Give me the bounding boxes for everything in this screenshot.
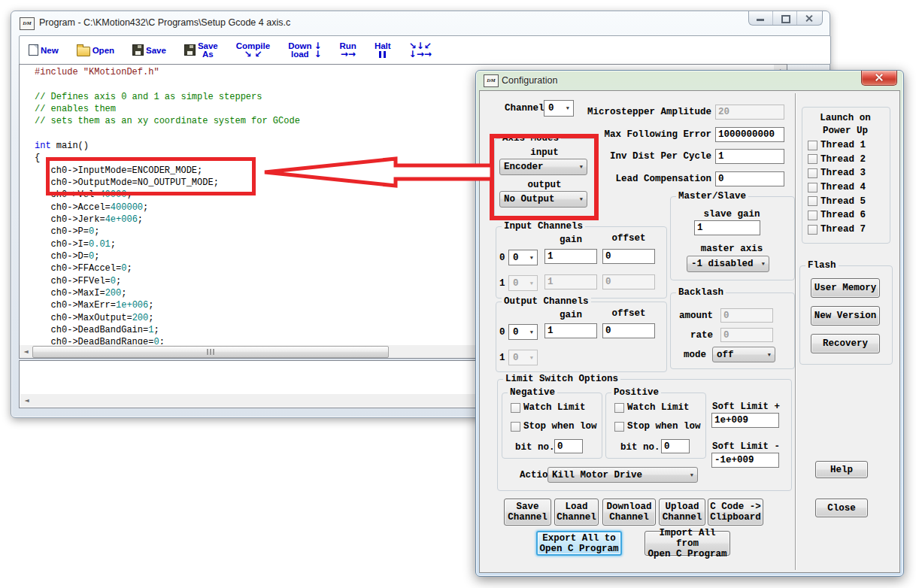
checkbox-icon [808,154,817,164]
download-button[interactable]: Down load [288,42,321,59]
thread-checkbox-row[interactable]: Thread 1 [808,140,866,150]
checkbox-label: Watch Limit [627,402,690,413]
limit-switch-title: Limit Switch Options [503,374,620,384]
download-channel-button[interactable]: Download Channel [602,499,656,526]
master-axis-select[interactable]: -1 disabled [687,256,769,272]
toolbar: New Open Save Save As Compile [19,35,831,65]
recovery-button[interactable]: Recovery [811,334,880,353]
dropdown-arrow-icon [690,472,693,478]
download-label: load [291,50,309,59]
user-memory-button[interactable]: User Memory [811,278,880,298]
load-channel-button[interactable]: Load Channel [554,499,599,526]
scroll-left-arrow[interactable] [20,345,32,358]
scroll-left-arrow[interactable] [20,394,33,407]
slave-gain-input[interactable] [694,220,760,235]
dropdown-arrow-icon [530,355,533,361]
thread-checkbox-row[interactable]: Thread 3 [808,168,866,178]
save-button[interactable]: Save [132,44,166,56]
thread-label: Thread 5 [820,196,866,207]
thread-checkbox-row[interactable]: Thread 5 [808,196,866,207]
checkbox-label: Stop when low [627,421,701,432]
thread-label: Thread 7 [820,224,866,235]
download-label: Down [288,42,311,50]
thread-checkbox-row[interactable]: Thread 4 [808,182,866,192]
close-dialog-button[interactable]: Close [815,499,868,517]
app-icon [20,17,35,30]
inv-dist-per-cycle-input[interactable] [715,149,784,164]
checkbox-label: Stop when low [523,421,597,432]
halt-button[interactable]: Halt [375,42,391,58]
negative-watch-limit-checkbox[interactable]: Watch Limit [511,402,586,413]
backlash-rate-label: rate [666,330,713,341]
negative-bit-label: bit no. [515,442,555,453]
positive-watch-limit-checkbox[interactable]: Watch Limit [614,402,690,413]
backlash-mode-label: mode [660,350,706,360]
import-all-button[interactable]: Import All from Open C Program [645,531,730,556]
compile-button[interactable]: Compile [236,42,270,59]
positive-stop-when-low-checkbox[interactable]: Stop when low [614,421,701,432]
restore-button[interactable] [773,11,797,25]
row-index: 0 [499,253,505,263]
checkbox-icon [511,403,520,413]
input-channel-1-select[interactable]: 0 [508,275,538,291]
save-channel-button[interactable]: Save Channel [504,499,551,526]
thread-checkbox-row[interactable]: Thread 7 [808,224,866,235]
scrollbar-thumb[interactable] [32,346,389,358]
run-button[interactable]: Run [340,42,356,59]
checkbox-label: Watch Limit [523,402,586,413]
limit-action-value: Kill Motor Drive [552,470,642,480]
upload-channel-button[interactable]: Upload Channel [659,499,705,526]
lead-compensation-input[interactable] [715,171,784,186]
negative-bit-input[interactable] [554,439,583,453]
export-all-button[interactable]: Export All to Open C Program [536,531,622,556]
input-channel-0-select[interactable]: 0 [508,250,538,265]
positive-title: Positive [611,387,661,398]
dropdown-arrow-icon [768,352,771,358]
thread-checkbox-row[interactable]: Thread 2 [808,154,866,165]
c-code-clipboard-button[interactable]: C Code -> Clipboard [708,499,763,526]
output-gain-0[interactable] [544,323,597,338]
master-axis-label: master axis [670,244,793,254]
thread-checkbox-row[interactable]: Thread 6 [808,210,866,220]
input-offset-0[interactable] [602,249,655,264]
output-channel-0-select[interactable]: 0 [508,324,538,340]
gain-header: gain [544,310,597,320]
checkbox-icon [614,403,624,413]
output-channel-1-select[interactable]: 0 [508,350,538,365]
offset-header: offset [602,308,655,319]
input-offset-1[interactable] [602,274,655,289]
positive-bit-input[interactable] [661,439,690,453]
limit-action-select[interactable]: Kill Motor Drive [547,467,698,483]
backlash-amount-input[interactable] [720,308,773,323]
compile-arrows-icon [244,50,262,59]
save-as-button[interactable]: Save As [184,42,218,59]
single-step-button[interactable] [409,42,432,59]
dialog-close-button[interactable] [861,71,897,86]
close-button[interactable] [797,11,822,25]
input-gain-1[interactable] [544,274,597,289]
minimize-button[interactable] [749,11,773,25]
microstepper-input[interactable] [715,105,784,120]
combo-value: 0 [513,353,519,363]
input-gain-0[interactable] [544,249,597,264]
open-button[interactable]: Open [77,44,114,56]
combo-value: 0 [513,253,519,263]
backlash-mode-select[interactable]: off [712,347,775,362]
annotation-axis-modes-highlight [490,134,599,220]
new-version-button[interactable]: New Version [811,306,880,326]
help-button[interactable]: Help [815,461,868,478]
negative-title: Negative [508,387,557,398]
negative-stop-when-low-checkbox[interactable]: Stop when low [511,421,597,432]
max-following-error-input[interactable] [715,127,784,142]
floppy-icon [132,44,144,56]
new-button[interactable]: New [29,44,59,56]
offset-header: offset [602,233,655,244]
soft-limit-plus-input[interactable] [711,413,779,428]
backlash-rate-input[interactable] [720,328,773,342]
save-as-label: Save [198,42,218,50]
soft-limit-minus-input[interactable] [711,453,779,468]
output-offset-0[interactable] [602,323,655,338]
open-folder-icon [77,47,90,56]
thread-label: Thread 4 [820,182,866,192]
open-label: Open [93,46,114,55]
